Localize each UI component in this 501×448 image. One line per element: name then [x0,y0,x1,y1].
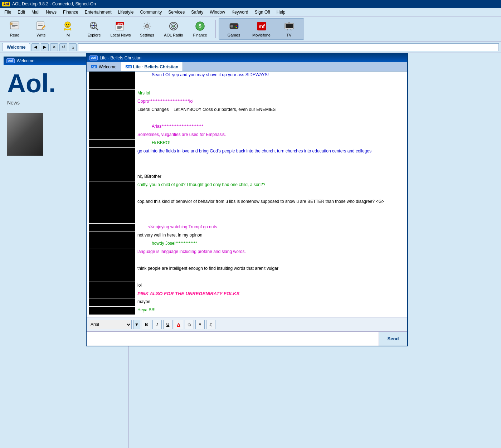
bold-button[interactable]: B [142,320,151,329]
message-text: Heya BB! [137,307,405,313]
write-icon [35,20,47,32]
emoji-button[interactable]: ☺ [185,320,194,329]
list-item: maybe [89,298,405,306]
avatar [89,90,135,98]
svg-point-38 [235,27,237,28]
read-icon [9,20,20,32]
message-text: hi;, BBrother [137,173,405,180]
sidebar-image [7,113,43,156]
welcome-tab[interactable]: Welcome [2,43,30,51]
back-button[interactable]: ◀ [31,43,39,51]
chat-tab-beliefs[interactable]: Aol Life - Beliefs Christian [121,62,183,71]
settings-icon [141,20,153,32]
italic-button[interactable]: I [152,320,162,329]
font-dropdown-arrow[interactable]: ▼ [133,320,140,329]
moviefone-button[interactable]: mf Moviefone [248,20,275,38]
stop-button[interactable]: ✕ [50,43,58,51]
settings-label: Settings [140,33,154,37]
list-item: cop.and this kind of behavior of behavio… [89,198,405,223]
svg-point-9 [66,24,67,25]
chat-toolbar: Arial ▼ B I U A ☺ ▼ ♫ [87,317,407,331]
beliefs-tab-label: Life - Beliefs Christian [133,64,179,69]
menu-item-community[interactable]: Community [137,9,165,15]
list-item: howdy Josei************* [89,240,405,248]
list-item: Sometimes, vulgarities are used for Emph… [89,131,405,139]
svg-text:$: $ [199,23,201,29]
avatar [89,173,135,181]
news-icon: NEWS [115,20,126,32]
menu-item-file[interactable]: File [1,9,14,15]
underline-button[interactable]: U [163,320,172,329]
finance-button[interactable]: $ Finance [188,18,213,40]
menu-item-keyword[interactable]: Keyword [229,9,251,15]
svg-point-37 [234,26,235,27]
message-text: language is language including profane a… [137,248,405,255]
games-button[interactable]: Games [220,20,247,38]
menu-item-lifestyle[interactable]: Lifestyle [115,9,136,15]
message-text: Arias************************* [137,123,405,130]
forward-button[interactable]: ▶ [41,43,49,51]
font-selector[interactable]: Arial [89,320,132,329]
list-item: Mrs lol [89,90,405,98]
list-item: not very well in here, in my opinon [89,232,405,240]
write-label: Write [37,33,45,37]
title-bar: Aol AOL Desktop 9.8.2 - Connected, Signe… [0,0,501,8]
message-text: chitty. you a child of god? I thought go… [137,181,405,188]
menu-item-sign-off[interactable]: Sign Off [252,9,273,15]
aol-radio-button[interactable]: AOL Radio [161,18,186,40]
chat-input[interactable] [87,332,379,346]
read-button[interactable]: Read [2,18,27,40]
avatar [89,140,135,147]
toolbar: Read Write IM [0,16,501,42]
finance-label: Finance [193,33,207,37]
music-button[interactable]: ♫ [206,320,215,329]
menu-item-news[interactable]: News [43,9,59,15]
refresh-button[interactable]: ↺ [59,43,67,51]
message-text: maybe [137,298,405,305]
explore-button[interactable]: Explore [82,18,107,40]
menu-item-finance[interactable]: Finance [60,9,81,15]
settings-button[interactable]: Settings [135,18,160,40]
menu-item-help[interactable]: Help [274,9,288,15]
message-text: Copro************************lol [137,98,405,104]
read-label: Read [10,33,19,37]
tv-button[interactable]: TV [276,20,302,38]
local-news-label: Local News [111,33,131,37]
local-news-button[interactable]: NEWS Local News [108,18,133,40]
main-area: Aol Welcome Aol. News Aol Life - Beliefs… [0,53,501,448]
home-button[interactable]: ⌂ [69,43,77,51]
welcome-tab-badge: Aol [91,65,97,68]
chat-window: Aol Life - Beliefs Christian Aol Welcome… [86,53,408,346]
menu-item-safety[interactable]: Safety [188,9,206,15]
send-button[interactable]: Send [379,332,407,346]
im-icon [62,20,73,32]
menu-item-services[interactable]: Services [165,9,188,15]
menu-item-mail[interactable]: Mail [29,9,42,15]
color-button[interactable]: A [174,320,183,329]
list-item: chitty. you a child of god? I thought go… [89,181,405,198]
moviefone-label: Moviefone [252,33,271,37]
list-item: Copro************************lol [89,98,405,106]
svg-text:mf: mf [258,24,264,29]
list-item: Heya BB! [89,307,405,315]
menu-item-window[interactable]: Window [207,9,228,15]
list-item: Arias************************* [89,123,405,131]
avatar [89,232,135,240]
emoji-dropdown-button[interactable]: ▼ [195,320,205,329]
message-text: Liberal Changes = Let ANYBODY cross our … [137,106,405,113]
im-label: IM [65,33,70,37]
finance-icon: $ [194,20,206,32]
avatar [89,307,135,315]
menu-item-edit[interactable]: Edit [15,9,28,15]
write-button[interactable]: Write [29,18,54,40]
im-button[interactable]: IM [55,18,80,40]
menu-item-entertainment[interactable]: Entertainment [82,9,115,15]
avatar [89,298,135,306]
address-bar[interactable] [78,43,499,51]
avatar [89,98,135,106]
message-text: Hi BBRO! [137,140,405,146]
message-text: howdy Josei************* [137,240,405,247]
chat-messages[interactable]: I can be vulgar and obscene to, if I wis… [87,72,407,317]
chat-tab-welcome[interactable]: Aol Welcome [87,62,121,71]
message-text: PINK ALSO FOR THE UNREGENIRATY FOLKS [137,290,405,297]
